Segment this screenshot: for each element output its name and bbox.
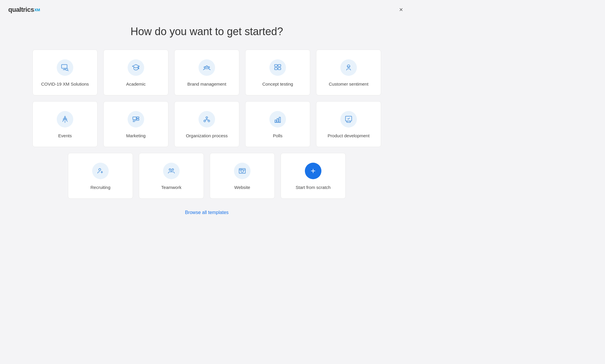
svg-point-17 <box>64 117 66 118</box>
card-recruiting[interactable]: Recruiting <box>68 153 133 199</box>
svg-line-20 <box>63 120 64 122</box>
card-org[interactable]: Organization process <box>174 101 239 147</box>
card-events[interactable]: Events <box>32 101 97 147</box>
svg-rect-34 <box>277 119 279 123</box>
svg-rect-24 <box>136 119 139 120</box>
marketing-label: Marketing <box>126 133 146 139</box>
academic-icon-wrap <box>128 59 144 76</box>
customer-sentiment-icon <box>344 63 353 72</box>
svg-point-28 <box>204 120 206 122</box>
card-academic[interactable]: Academic <box>103 50 168 95</box>
card-polls[interactable]: Polls <box>245 101 310 147</box>
brand-label: Brand management <box>187 81 226 87</box>
svg-rect-22 <box>133 117 136 120</box>
card-marketing[interactable]: Marketing <box>103 101 168 147</box>
teamwork-icon <box>167 167 175 175</box>
marketing-icon-wrap <box>128 111 144 128</box>
covid-label: COVID-19 XM Solutions <box>41 81 89 87</box>
plus-icon: + <box>311 167 315 175</box>
svg-line-32 <box>207 120 209 120</box>
svg-point-38 <box>99 169 101 171</box>
marketing-icon <box>132 115 140 123</box>
search-monitor-icon <box>61 63 69 72</box>
teamwork-label: Teamwork <box>161 185 181 190</box>
svg-rect-33 <box>275 120 277 123</box>
recruiting-label: Recruiting <box>90 185 110 190</box>
svg-point-42 <box>172 169 174 171</box>
svg-rect-12 <box>275 68 277 70</box>
svg-rect-35 <box>279 117 281 123</box>
customer-icon-wrap <box>340 59 357 76</box>
website-icon-wrap <box>234 163 251 179</box>
academic-cap-icon <box>132 63 140 72</box>
row3-grid: Recruiting Teamwork <box>68 153 346 199</box>
svg-line-21 <box>66 120 67 122</box>
brand-icon-wrap <box>199 59 215 76</box>
card-scratch[interactable]: + Start from scratch <box>281 153 346 199</box>
svg-line-4 <box>68 70 69 71</box>
main-content: How do you want to get started? COVID-19… <box>0 19 414 227</box>
logo-text: qualtrics <box>8 6 34 14</box>
polls-icon-wrap <box>269 111 286 128</box>
scratch-label: Start from scratch <box>296 185 331 190</box>
card-product[interactable]: Product development <box>316 101 381 147</box>
logo-xm: XM <box>34 8 40 12</box>
card-covid[interactable]: COVID-19 XM Solutions <box>32 50 97 95</box>
top-bar: qualtricsXM × <box>0 0 414 19</box>
concept-testing-icon <box>274 63 282 72</box>
svg-point-6 <box>138 68 139 69</box>
svg-rect-11 <box>278 65 281 67</box>
svg-point-41 <box>169 169 171 171</box>
concept-label: Concept testing <box>262 81 293 87</box>
svg-point-3 <box>66 68 68 71</box>
logo: qualtricsXM <box>8 6 40 14</box>
covid-icon-wrap <box>57 59 73 76</box>
close-button[interactable]: × <box>397 5 405 14</box>
product-icon-wrap <box>340 111 357 128</box>
svg-point-47 <box>240 169 240 169</box>
customer-label: Customer sentiment <box>329 81 368 87</box>
events-icon <box>61 115 69 123</box>
recruiting-icon <box>96 167 105 175</box>
concept-icon-wrap <box>269 59 286 76</box>
org-icon-wrap <box>199 111 215 128</box>
card-customer[interactable]: Customer sentiment <box>316 50 381 95</box>
teamwork-icon-wrap <box>163 163 180 179</box>
events-label: Events <box>58 133 72 139</box>
brand-group-icon <box>203 63 211 72</box>
svg-rect-13 <box>278 68 281 70</box>
card-concept[interactable]: Concept testing <box>245 50 310 95</box>
svg-point-16 <box>65 119 67 120</box>
product-label: Product development <box>328 133 370 139</box>
svg-point-15 <box>63 119 65 120</box>
svg-rect-23 <box>136 117 139 118</box>
svg-point-7 <box>206 66 208 68</box>
card-teamwork[interactable]: Teamwork <box>139 153 204 199</box>
polls-label: Polls <box>273 133 283 139</box>
svg-point-29 <box>208 120 210 122</box>
product-dev-icon <box>344 115 353 123</box>
svg-point-27 <box>206 117 208 119</box>
polls-icon <box>274 115 282 123</box>
events-icon-wrap <box>57 111 73 128</box>
website-label: Website <box>234 185 250 190</box>
card-website[interactable]: Website <box>210 153 275 199</box>
svg-point-14 <box>347 65 350 68</box>
card-brand[interactable]: Brand management <box>174 50 239 95</box>
website-icon <box>238 167 246 175</box>
academic-label: Academic <box>126 81 146 87</box>
row2-grid: Events Marketing <box>32 101 381 147</box>
org-label: Organization process <box>186 133 228 139</box>
row1-grid: COVID-19 XM Solutions Academic <box>32 50 381 95</box>
svg-point-8 <box>204 67 206 68</box>
svg-rect-10 <box>275 65 277 67</box>
recruiting-icon-wrap <box>92 163 109 179</box>
page-title: How do you want to get started? <box>131 25 283 38</box>
svg-rect-0 <box>61 65 67 68</box>
svg-line-31 <box>205 120 207 120</box>
scratch-icon-wrap: + <box>305 163 321 179</box>
svg-point-9 <box>208 67 210 68</box>
browse-all-link[interactable]: Browse all templates <box>185 210 229 215</box>
svg-point-48 <box>241 169 242 169</box>
org-process-icon <box>203 115 211 123</box>
